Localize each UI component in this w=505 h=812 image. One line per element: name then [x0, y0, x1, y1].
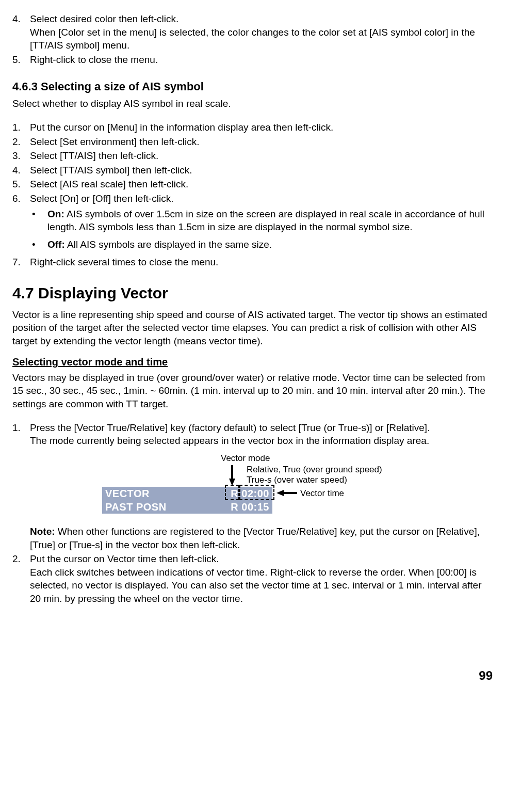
- label-off: Off:: [47, 239, 65, 250]
- text: Off: All AIS symbols are displayed in th…: [47, 238, 493, 251]
- text: Select whether to display AIS symbol in …: [12, 97, 493, 110]
- list-item: 2. Put the cursor on Vector time then le…: [12, 552, 493, 606]
- bullet-item: • Off: All AIS symbols are displayed in …: [32, 238, 493, 251]
- page-number: 99: [12, 667, 493, 684]
- past-posn-time: 00:15: [241, 501, 269, 513]
- label-vector-time: Vector time: [300, 488, 344, 500]
- list-item: 1. Put the cursor on [Menu] in the infor…: [12, 121, 493, 134]
- text: Press the [Vector True/Relative] key (fa…: [30, 421, 493, 435]
- heading-47: 4.7 Displaying Vector: [12, 283, 493, 304]
- list-body: Put the cursor on Vector time then left-…: [30, 552, 493, 606]
- list-body: Press the [Vector True/Relative] key (fa…: [30, 421, 493, 552]
- text: Select [TT/AIS] then left-click.: [30, 149, 493, 163]
- past-posn-mode: R: [231, 501, 238, 513]
- text: Select [AIS real scale] then left-click.: [30, 178, 493, 191]
- text: Select [On] or [Off] then left-click.: [30, 192, 493, 205]
- arrow-icon: [284, 492, 297, 494]
- list-item: 3. Select [TT/AIS] then left-click.: [12, 149, 493, 163]
- bullet-item: • On: AIS symbols of over 1.5cm in size …: [32, 208, 493, 234]
- text: Select desired color then left-click.: [30, 12, 493, 26]
- highlight-mode: [225, 485, 239, 500]
- text: AIS symbols of over 1.5cm in size on the…: [47, 209, 484, 233]
- list-item: 7. Right-click several times to close th…: [12, 256, 493, 269]
- list-number: 4.: [12, 12, 30, 52]
- text: Put the cursor on [Menu] in the informat…: [30, 121, 493, 134]
- text: The mode currently being selected appear…: [30, 434, 493, 448]
- list-number: 6.: [12, 192, 30, 205]
- list-number: 3.: [12, 149, 30, 163]
- list-item: 2. Select [Set environment] then left-cl…: [12, 135, 493, 149]
- list-number: 2.: [12, 135, 30, 149]
- list-item: 4. Select [TT/AIS symbol] then left-clic…: [12, 164, 493, 177]
- vector-figure: Vector mode Relative, True (over ground …: [102, 453, 422, 520]
- bullet-icon: •: [32, 238, 47, 251]
- list-number: 4.: [12, 164, 30, 177]
- past-posn-label: PAST POSN: [105, 500, 167, 514]
- text: Select [Set environment] then left-click…: [30, 135, 493, 149]
- text: All AIS symbols are displayed in the sam…: [65, 239, 272, 250]
- list-item: 5. Right-click to close the menu.: [12, 53, 493, 67]
- vector-box-label: VECTOR: [105, 487, 150, 500]
- text: Each click switches between indications …: [30, 566, 493, 606]
- text: When other functions are registered to t…: [30, 526, 480, 550]
- text: When [Color set in the menu] is selected…: [30, 26, 493, 52]
- note: Note: When other functions are registere…: [30, 525, 493, 551]
- list-number: 1.: [12, 421, 30, 552]
- subheading: Selecting vector mode and time: [12, 355, 493, 369]
- list-item: 6. Select [On] or [Off] then left-click.: [12, 192, 493, 205]
- list-number: 2.: [12, 552, 30, 606]
- label-on: On:: [47, 209, 64, 219]
- text: Vectors may be displayed in true (over g…: [12, 371, 493, 411]
- note-label: Note:: [30, 526, 55, 537]
- text: Select [TT/AIS symbol] then left-click.: [30, 164, 493, 177]
- list-body: Select desired color then left-click. Wh…: [30, 12, 493, 52]
- list-item: 4. Select desired color then left-click.…: [12, 12, 493, 52]
- arrow-icon: [231, 465, 233, 480]
- list-number: 5.: [12, 178, 30, 191]
- text: Put the cursor on Vector time then left-…: [30, 552, 493, 566]
- text: Vector is a line representing ship speed…: [12, 308, 493, 348]
- list-number: 1.: [12, 121, 30, 134]
- text: On: AIS symbols of over 1.5cm in size on…: [47, 208, 493, 234]
- list-number: 7.: [12, 256, 30, 269]
- highlight-time: [239, 485, 274, 500]
- list-number: 5.: [12, 53, 30, 67]
- list-item: 5. Select [AIS real scale] then left-cli…: [12, 178, 493, 191]
- heading-463: 4.6.3 Selecting a size of AIS symbol: [12, 79, 493, 94]
- list-item: 1. Press the [Vector True/Relative] key …: [12, 421, 493, 552]
- label-vector-mode: Vector mode: [221, 453, 270, 465]
- text: Right-click several times to close the m…: [30, 256, 493, 269]
- bullet-icon: •: [32, 208, 47, 234]
- arrow-left-icon: [276, 490, 284, 496]
- text: Right-click to close the menu.: [30, 53, 493, 67]
